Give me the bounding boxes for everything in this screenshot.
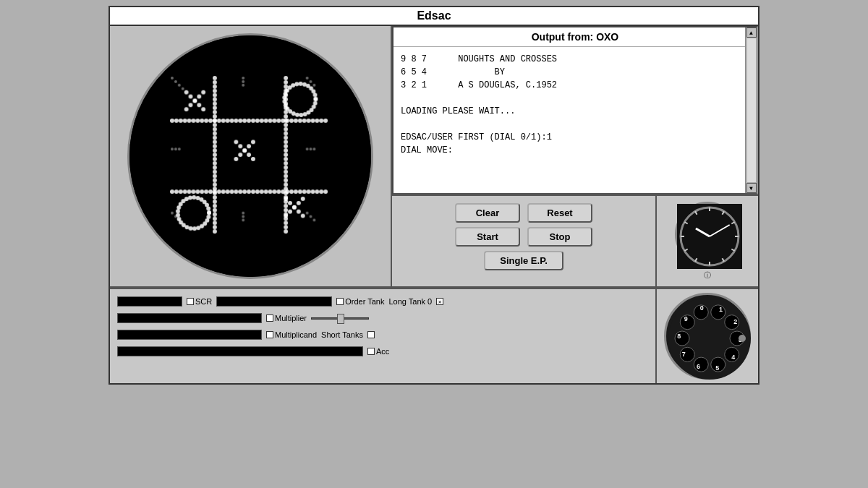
title-bar: Edsac [109, 6, 760, 25]
button-row-3: Single E.P. [484, 251, 563, 270]
acc-label: Acc [367, 347, 389, 356]
single-ep-button[interactable]: Single E.P. [484, 251, 563, 270]
clock-canvas [677, 204, 742, 269]
stop-button[interactable]: Stop [527, 227, 592, 247]
scr-label: SCR [187, 297, 212, 306]
multiplicand-checkbox[interactable] [266, 331, 273, 338]
info-icon[interactable]: ⓘ [704, 270, 711, 281]
multiplicand-row: Multiplicand Short Tanks [117, 328, 648, 341]
scr-checkbox[interactable] [187, 298, 194, 305]
buttons-area: Clear Reset Start Stop Single E.P. [392, 196, 657, 286]
order-tank-checkbox[interactable] [336, 298, 344, 305]
start-button[interactable]: Start [455, 227, 520, 247]
registers-panel: SCR Order Tank Long Tank 0 Multiplier [110, 289, 657, 383]
button-row-1: Clear Reset [455, 203, 592, 223]
button-row-2: Start Stop [455, 227, 592, 247]
scroll-up-arrow[interactable]: ▲ [746, 27, 757, 38]
scroll-track [746, 38, 757, 183]
crt-screen [127, 33, 373, 279]
output-title: Output from: OXO [393, 27, 757, 47]
output-text: 9 8 7 NOUGHTS AND CROSSES 6 5 4 BY 3 2 1… [393, 47, 757, 163]
bottom-section: SCR Order Tank Long Tank 0 Multiplier [110, 288, 758, 383]
output-area: Output from: OXO 9 8 7 NOUGHTS AND CROSS… [392, 26, 758, 194]
slider-container [311, 317, 369, 320]
crt-panel [110, 26, 392, 286]
window-title: Edsac [417, 9, 451, 22]
dial-canvas [666, 295, 753, 382]
dial-panel: DIAL [657, 289, 758, 383]
multiplier-label: Multiplier [266, 314, 307, 322]
scr-row: SCR Order Tank Long Tank 0 [117, 295, 648, 308]
short-tanks-label: Short Tanks [321, 330, 363, 339]
top-section: Output from: OXO 9 8 7 NOUGHTS AND CROSS… [110, 26, 758, 288]
scrollbar[interactable]: ▲ ▼ [745, 27, 757, 193]
multiplier-checkbox[interactable] [266, 314, 273, 322]
acc-row: Acc [117, 345, 648, 358]
long-tank-checkbox[interactable] [436, 298, 443, 305]
clear-button[interactable]: Clear [455, 203, 520, 223]
acc-bar [117, 346, 363, 356]
right-section: Output from: OXO 9 8 7 NOUGHTS AND CROSS… [392, 26, 758, 286]
reset-button[interactable]: Reset [527, 203, 592, 223]
slider-track[interactable] [311, 317, 369, 320]
controls-panel: Clear Reset Start Stop Single E.P. [392, 194, 758, 286]
clock-area: ⓘ [657, 196, 758, 286]
acc-checkbox[interactable] [367, 348, 375, 355]
order-tank-label: Order Tank [336, 297, 384, 306]
crt-display [129, 35, 371, 277]
short-tanks-checkbox[interactable] [367, 331, 375, 338]
scroll-down-arrow[interactable]: ▼ [746, 183, 757, 193]
long-tank-label: Long Tank 0 [388, 297, 432, 306]
main-window: Output from: OXO 9 8 7 NOUGHTS AND CROSS… [109, 25, 760, 385]
multiplier-bar [117, 313, 262, 323]
order-tank-bar [216, 296, 332, 307]
scr-bar [117, 296, 182, 307]
slider-thumb[interactable] [337, 314, 344, 324]
multiplicand-bar [117, 330, 262, 340]
dial-outer[interactable]: DIAL [664, 293, 751, 380]
clock-face [675, 202, 740, 267]
multiplicand-label: Multiplicand [266, 330, 317, 339]
multiplier-row: Multiplier [117, 312, 648, 325]
